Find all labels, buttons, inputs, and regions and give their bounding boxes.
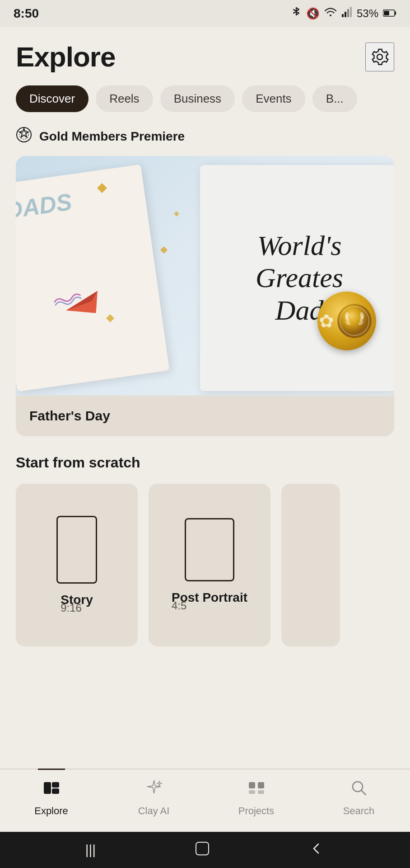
- header-row: Explore: [16, 41, 394, 73]
- svg-marker-14: [174, 211, 179, 217]
- scratch-card-story-info: Story 9:16: [61, 593, 93, 614]
- bluetooth-icon: [291, 6, 302, 21]
- gold-dot-2: [160, 246, 168, 255]
- battery-icon: 53%: [357, 7, 378, 20]
- gold-dot-4: [106, 314, 114, 324]
- scratch-card-post-portrait[interactable]: Post Portrait 4:5: [149, 484, 270, 646]
- svg-rect-7: [384, 11, 389, 15]
- projects-icon: [247, 778, 266, 802]
- page-title: Explore: [16, 41, 115, 73]
- status-icons: 🔇 53%: [291, 6, 396, 21]
- tab-row: Discover Reels Business Events B...: [16, 85, 394, 112]
- tab-events[interactable]: Events: [242, 85, 305, 112]
- svg-marker-12: [97, 183, 107, 193]
- svg-rect-2: [345, 12, 346, 17]
- card-paper-left: DADS: [16, 165, 169, 392]
- scratch-card-portrait-info: Post Portrait 4:5: [172, 590, 247, 612]
- svg-point-25: [353, 782, 363, 792]
- nav-item-search[interactable]: Search: [308, 777, 410, 817]
- svg-rect-26: [196, 842, 209, 855]
- featured-card-label: Father's Day: [16, 396, 394, 436]
- portrait-shape-icon: [185, 518, 234, 581]
- search-icon: [349, 778, 368, 802]
- mute-icon: 🔇: [306, 7, 320, 20]
- signal-icon: [341, 7, 352, 20]
- home-button[interactable]: [194, 840, 210, 860]
- status-time: 8:50: [14, 6, 39, 21]
- svg-rect-22: [258, 782, 264, 788]
- battery-graphic: [383, 7, 396, 20]
- gold-members-section: Gold Members Premiere: [16, 127, 394, 146]
- wifi-icon: [324, 7, 337, 20]
- explore-icon: [42, 778, 61, 802]
- tab-reels[interactable]: Reels: [96, 85, 153, 112]
- gold-dot-3: [174, 210, 179, 218]
- svg-rect-20: [52, 788, 59, 794]
- scratch-section: Start from scratch Story 9:16 Post Portr…: [16, 454, 394, 651]
- svg-marker-15: [106, 314, 114, 322]
- featured-card-title: Father's Day: [29, 408, 110, 423]
- tab-business[interactable]: Business: [160, 85, 235, 112]
- back-button[interactable]: [308, 840, 325, 860]
- featured-card[interactable]: DADS: [16, 156, 394, 436]
- svg-rect-23: [249, 790, 255, 794]
- nav-item-projects[interactable]: Projects: [205, 777, 308, 817]
- card-visual: DADS: [16, 156, 394, 396]
- settings-button[interactable]: [365, 42, 394, 71]
- gold-dot-1: [97, 183, 107, 195]
- status-bar: 8:50 🔇 53%: [0, 0, 410, 27]
- scratch-title: Start from scratch: [16, 454, 394, 471]
- card-paper-right: World'sGreatesDad: [200, 165, 394, 391]
- gear-icon: [369, 46, 391, 68]
- nav-label-clay-ai: Clay AI: [138, 805, 170, 817]
- story-shape-icon: [56, 516, 97, 584]
- svg-rect-6: [395, 11, 396, 15]
- svg-marker-13: [160, 246, 168, 254]
- nav-label-projects: Projects: [238, 805, 274, 817]
- scratch-card-story[interactable]: Story 9:16: [16, 484, 138, 646]
- nav-item-clay-ai[interactable]: Clay AI: [102, 777, 205, 817]
- scratch-row: Story 9:16 Post Portrait 4:5: [16, 484, 394, 651]
- gold-label: Gold Members Premiere: [39, 129, 185, 144]
- svg-point-16: [337, 304, 372, 338]
- bottom-nav: Explore Clay AI Projects: [0, 769, 410, 832]
- svg-rect-24: [258, 790, 264, 794]
- svg-rect-18: [44, 782, 51, 794]
- svg-rect-4: [350, 7, 352, 17]
- tab-more[interactable]: B...: [312, 85, 357, 112]
- svg-point-0: [330, 14, 331, 16]
- dads-text: DADS: [16, 188, 74, 224]
- svg-rect-3: [347, 9, 349, 17]
- system-nav: |||: [0, 832, 410, 868]
- sparkle-icon: [144, 778, 163, 802]
- main-content: Explore Discover Reels Business Events B…: [0, 27, 410, 769]
- gold-seal: [317, 292, 376, 350]
- tab-discover[interactable]: Discover: [16, 85, 89, 112]
- nav-label-search: Search: [343, 805, 375, 817]
- nav-item-explore[interactable]: Explore: [0, 777, 102, 817]
- gold-star-icon: [16, 127, 32, 146]
- featured-image: DADS: [16, 156, 394, 396]
- svg-rect-1: [342, 14, 344, 17]
- svg-rect-21: [249, 782, 255, 788]
- nav-label-explore: Explore: [34, 805, 68, 817]
- svg-rect-19: [52, 782, 59, 788]
- recent-apps-button[interactable]: |||: [85, 842, 96, 858]
- scratch-card-partial[interactable]: [281, 484, 340, 646]
